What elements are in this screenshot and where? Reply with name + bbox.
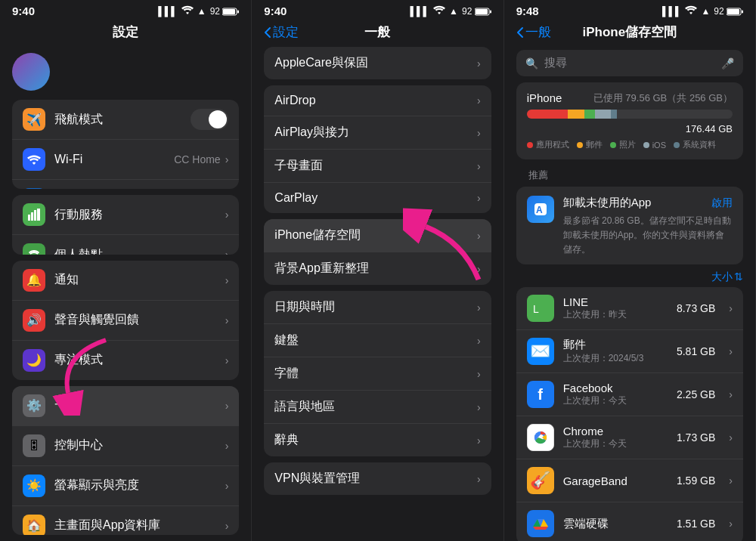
general-item-dictionary[interactable]: 辭典 › [264,424,491,456]
settings-item-sound[interactable]: 🔊 聲音與觸覺回饋 › [12,301,239,341]
bar-mail [568,110,584,119]
app-icon-garageband: 🎸 [527,467,554,494]
general-item-pip[interactable]: 子母畫面 › [264,150,491,183]
app-item-drive[interactable]: 雲端硬碟 1.51 GB › [516,502,743,541]
nav-back-2[interactable]: 設定 [264,23,299,41]
app-item-line[interactable]: L LINE 上次使用：昨天 8.73 GB › [516,287,743,330]
app-info-garageband: GarageBand [563,475,668,487]
wifi-chevron: › [225,153,229,165]
background-chevron: › [477,263,481,275]
airplane-toggle[interactable] [191,109,228,130]
legend-sysdata: 系統資料 [674,139,716,150]
general-item-vpn[interactable]: VPN與裝置管理 › [264,462,491,495]
search-bar[interactable]: 🔍 搜尋 🎤 [516,50,743,76]
background-label: 背景App重新整理 [274,261,477,277]
airplane-label: 飛航模式 [54,112,191,128]
settings-item-notifications[interactable]: 🔔 通知 › [12,261,239,301]
general-item-language[interactable]: 語言與地區 › [264,391,491,424]
settings-item-bluetooth[interactable]: 藍牙 開啟 › [12,180,239,189]
recommend-title-row: 卸載未使用的App 啟用 [563,196,733,210]
svg-rect-1 [223,9,235,14]
bar-sysdata [611,110,617,119]
sort-icon[interactable]: ⇅ [734,270,743,284]
airplane-icon: ✈️ [23,108,45,131]
bar-apps [527,110,568,119]
storage-label: iPhone儲存空間 [274,227,477,243]
settings-item-controlcenter[interactable]: 🎛 控制中心 › [12,426,239,466]
general-item-datetime[interactable]: 日期與時間 › [264,291,491,324]
location-icon-3: ▲ [701,6,710,17]
settings-item-focus[interactable]: 🌙 專注模式 › [12,341,239,380]
general-item-background[interactable]: 背景App重新整理 › [264,252,491,285]
app-size-facebook: 2.25 GB [677,388,715,400]
bar-photos [584,110,595,119]
app-item-mail[interactable]: ✉️ 郵件 上次使用：2024/5/3 5.81 GB › [516,330,743,373]
svg-rect-15 [742,10,743,13]
svg-rect-4 [31,212,33,221]
sort-label[interactable]: 大小 [711,270,733,284]
svg-rect-3 [28,215,30,221]
profile-section[interactable] [0,47,251,100]
nav-title-2: 一般 [364,23,390,41]
avatar [12,53,50,91]
app-lastused-facebook: 上次使用：今天 [563,394,668,407]
general-chevron: › [225,400,229,412]
nav-back-label-2: 設定 [273,23,299,41]
legend-label-photos: 照片 [619,139,636,150]
settings-item-general[interactable]: ⚙️ 一般 › [12,386,239,426]
section-recommend: 推薦 [504,165,755,187]
battery-icon-3: 92 [714,6,743,17]
hotspot-chevron: › [225,249,229,255]
nav-back-3[interactable]: 一般 [516,23,551,41]
general-item-keyboard[interactable]: 鍵盤 › [264,324,491,357]
recommend-action[interactable]: 啟用 [711,196,733,210]
carplay-chevron: › [477,192,481,204]
recommend-title: 卸載未使用的App [563,196,652,210]
svg-rect-5 [34,210,36,221]
general-item-storage[interactable]: iPhone儲存空間 › [264,219,491,252]
dictionary-label: 辭典 [274,432,477,448]
app-size-chrome: 1.73 GB [677,431,715,444]
status-time-3: 9:48 [516,5,539,17]
settings-item-homescreen[interactable]: 🏠 主畫面與App資料庫 › [12,506,239,535]
homescreen-icon: 🏠 [23,515,45,535]
app-item-facebook[interactable]: f Facebook 上次使用：今天 2.25 GB › [516,373,743,416]
app-size-garageband: 1.59 GB [677,475,715,487]
bluetooth-icon [23,188,45,189]
mic-icon: 🎤 [721,57,734,70]
app-item-chrome[interactable]: Chrome 上次使用：今天 1.73 GB › [516,416,743,459]
screen-settings: 9:40 ▌▌▌ ▲ 92 設定 ✈️ 飛航模式 [0,0,252,541]
settings-item-cellular[interactable]: 行動服務 › [12,195,239,235]
cellular-label: 行動服務 [54,207,225,223]
nav-bar-3: 一般 iPhone儲存空間 [504,20,755,47]
carplay-label: CarPlay [274,191,477,205]
app-size-line: 8.73 GB [677,302,715,314]
sound-icon: 🔊 [23,309,45,332]
dictionary-chevron: › [477,434,481,447]
settings-item-airplane[interactable]: ✈️ 飛航模式 [12,100,239,140]
focus-chevron: › [225,354,229,366]
notifications-chevron: › [225,274,229,286]
airdrop-label: AirDrop [274,94,477,107]
battery-icon-2: 92 [462,6,491,17]
pip-label: 子母畫面 [274,158,477,174]
general-item-airdrop[interactable]: AirDrop › [264,85,491,116]
pip-chevron: › [477,160,481,172]
app-item-garageband[interactable]: 🎸 GarageBand 1.59 GB › [516,459,743,502]
storage-legend: 應用程式 郵件 照片 iOS 系統資料 [527,139,733,150]
settings-item-hotspot[interactable]: 個人熱點 › [12,235,239,255]
nav-title-1: 設定 [113,23,138,41]
settings-item-display[interactable]: ☀️ 螢幕顯示與亮度 › [12,466,239,506]
settings-item-wifi[interactable]: Wi-Fi CC Home › [12,140,239,180]
wifi-icon-2 [433,5,445,17]
toggle-knob [209,110,227,128]
cellular-icon [23,203,45,226]
legend-label-sysdata: 系統資料 [683,139,716,150]
legend-dot-mail [577,142,583,148]
general-item-applecare[interactable]: AppleCare與保固 › [264,47,491,79]
general-item-carplay[interactable]: CarPlay › [264,183,491,213]
general-item-font[interactable]: 字體 › [264,357,491,391]
app-chevron-drive: › [729,518,733,530]
general-item-airplay[interactable]: AirPlay與接力 › [264,116,491,150]
signal-icon-2: ▌▌▌ [411,6,430,17]
